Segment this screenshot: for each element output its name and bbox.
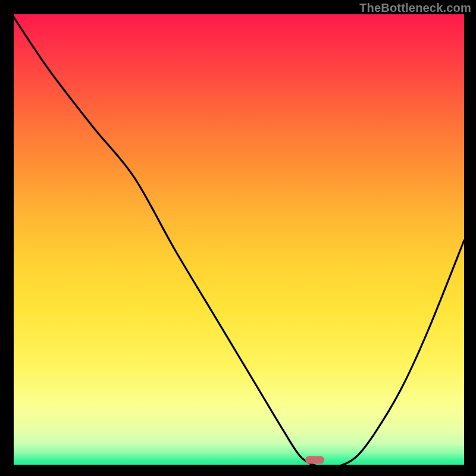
bottleneck-curve: [12, 14, 464, 466]
watermark-text: TheBottleneck.com: [359, 1, 471, 15]
curve-layer: [12, 14, 464, 466]
optimal-marker: [305, 456, 324, 464]
chart-frame: TheBottleneck.com: [0, 0, 476, 476]
